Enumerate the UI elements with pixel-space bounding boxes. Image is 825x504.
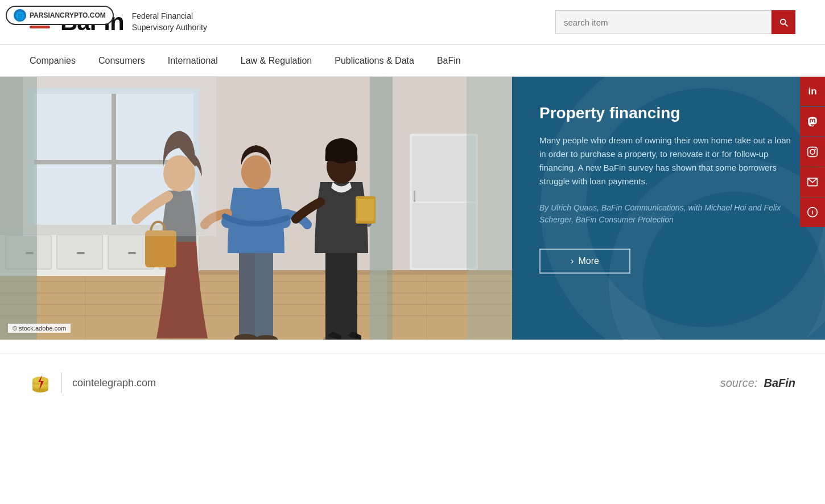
svg-rect-53 [23,77,216,236]
svg-rect-29 [412,203,476,268]
svg-rect-46 [325,253,357,340]
header: BaFin Federal Financial Supervisory Auth… [0,0,825,45]
info-icon: i [807,206,818,218]
nav-item-consumers[interactable]: Consumers [98,45,168,76]
nav-item-companies[interactable]: Companies [30,45,98,76]
source-name: BaFin [764,377,795,389]
search-button[interactable] [772,10,795,34]
copyright-tag: © stock.adobe.com [8,324,71,333]
linkedin-button[interactable]: in [800,77,825,106]
info-button[interactable]: i [800,197,825,227]
nav-item-law-regulation[interactable]: Law & Regulation [241,45,335,76]
source-label: source: [720,377,758,389]
hero-title: Property financing [539,104,795,122]
hero-more-button[interactable]: › More [539,249,630,274]
kitchen-scene-svg [0,77,512,340]
more-label: More [578,256,599,266]
watermark-globe-icon: 🌐 [14,9,26,22]
mastodon-button[interactable] [800,107,825,137]
instagram-icon [807,146,818,158]
svg-text:i: i [811,209,813,216]
svg-rect-41 [239,253,255,340]
nav-item-publications-data[interactable]: Publications & Data [335,45,437,76]
email-icon [807,176,818,188]
svg-rect-28 [412,136,476,201]
cointelegraph-icon [30,372,51,394]
chevron-right-icon: › [571,256,574,266]
svg-rect-30 [414,191,415,202]
search-input[interactable] [555,10,772,34]
svg-rect-34 [387,77,393,340]
svg-point-42 [241,155,271,189]
main-content: © stock.adobe.com Property financing Man… [0,77,825,340]
footer-divider [61,373,62,393]
svg-point-55 [810,150,815,154]
hero-image: © stock.adobe.com [0,77,512,340]
footer-bar: cointelegraph.com source: BaFin [0,353,825,412]
footer-left: cointelegraph.com [30,372,156,394]
svg-rect-54 [808,147,818,157]
mastodon-icon [807,116,818,127]
svg-rect-25 [128,252,136,254]
logo-subtitle: Federal Financial Supervisory Authority [132,11,207,33]
nav-item-bafin[interactable]: BaFin [437,45,484,76]
linkedin-icon: in [808,86,816,97]
instagram-button[interactable] [800,137,825,167]
search-area [555,10,795,34]
svg-rect-52 [467,77,512,340]
main-nav: Companies Consumers International Law & … [0,45,825,77]
nav-item-international[interactable]: International [168,45,241,76]
social-sidebar: in i [800,77,825,228]
hero-info-panel: Property financing Many people who dream… [512,77,825,340]
hero-byline: By Ulrich Quaas, BaFin Communications, w… [539,202,795,226]
hero-body: Many people who dream of owning their ow… [539,134,795,188]
watermark: 🌐 PARSIANCRYPTO.COM [6,6,114,25]
footer-logo [30,372,51,394]
svg-point-56 [814,148,816,150]
footer-source: source: BaFin [720,377,795,390]
svg-rect-24 [77,252,85,254]
footer-domain: cointelegraph.com [72,377,156,389]
email-button[interactable] [800,167,825,197]
search-icon [778,17,789,27]
hero-section: © stock.adobe.com Property financing Man… [0,77,825,340]
svg-rect-50 [357,199,374,221]
watermark-text: PARSIANCRYPTO.COM [30,11,106,19]
